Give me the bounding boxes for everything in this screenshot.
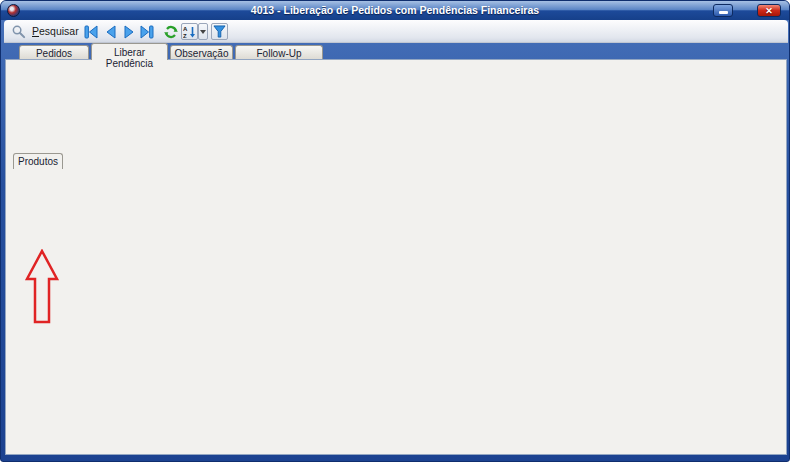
tab-observacao[interactable]: Observação [170,45,233,60]
subtab-produtos[interactable]: Produtos [13,153,63,169]
close-icon: ✕ [765,6,773,16]
minimize-button[interactable] [713,4,733,17]
window-title: 4013 - Liberação de Pedidos com Pendênci… [1,4,789,16]
tab-follow-up[interactable]: Follow-Up (Acomp.) [235,45,323,60]
minimize-icon [719,11,728,14]
svg-text:Z: Z [183,33,187,39]
title-bar: 4013 - Liberação de Pedidos com Pendênci… [1,1,789,20]
last-record-icon[interactable] [138,23,155,40]
tab-pedidos[interactable]: Pedidos [19,45,89,60]
next-record-icon[interactable] [120,23,137,40]
window-frame: 4013 - Liberação de Pedidos com Pendênci… [0,0,790,462]
first-record-icon[interactable] [82,23,99,40]
tab-liberar-pendencia[interactable]: Liberar Pendência [91,43,168,60]
toolbar: Pesquisar A Z [4,20,788,43]
filter-icon[interactable] [211,23,228,40]
sort-options-dropdown-icon[interactable] [198,23,208,40]
svg-text:A: A [183,26,188,32]
search-button[interactable]: Pesquisar [32,25,79,37]
red-arrow-annotation [24,249,60,325]
sort-az-icon[interactable]: A Z [181,23,198,40]
close-button[interactable]: ✕ [757,4,781,17]
refresh-icon[interactable] [162,23,179,40]
search-icon[interactable] [10,23,27,40]
previous-record-icon[interactable] [102,23,119,40]
liberar-pendencia-panel [5,59,787,455]
